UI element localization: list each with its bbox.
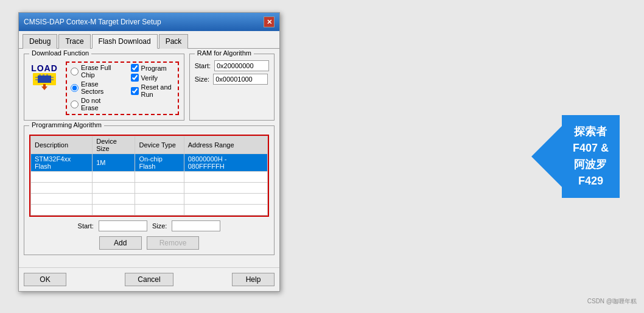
prog-algo-content: Description Device Size Device Type Addr…	[29, 135, 269, 250]
col-device-type: Device Type	[135, 136, 184, 154]
ram-size-row: Size:	[195, 74, 269, 85]
dialog-content: Download Function LOAD	[19, 49, 279, 265]
ram-group-title: RAM for Algorithm	[195, 49, 254, 57]
radio-erase-sectors[interactable]: Erase Sectors	[71, 80, 115, 95]
dialog-window: CMSIS-DAP Cortex-M Target Driver Setup ✕…	[18, 12, 280, 292]
svg-rect-5	[51, 77, 54, 78]
remove-button[interactable]: Remove	[147, 236, 200, 250]
programming-algorithm-title: Programming Algorithm	[29, 121, 104, 128]
erase-radio-group: Erase Full Chip Erase Sectors Do not Era…	[71, 64, 115, 111]
radio-erase-sectors-label: Erase Sectors	[81, 80, 115, 95]
help-button[interactable]: Help	[232, 273, 275, 286]
ok-button[interactable]: OK	[24, 273, 66, 286]
radio-do-not-erase-label: Do not Erase	[81, 97, 115, 111]
tab-trace[interactable]: Trace	[58, 34, 90, 49]
info-panel: 探索者 F407 & 阿波罗 F429	[531, 115, 620, 198]
ram-group: RAM for Algorithm Start: Size:	[189, 54, 275, 121]
load-text: LOAD	[31, 63, 58, 73]
download-options-highlight: Erase Full Chip Erase Sectors Do not Era…	[66, 62, 179, 115]
cell-device-type: On-chip Flash	[135, 154, 184, 172]
svg-rect-9	[46, 74, 48, 76]
load-icon: LOAD	[29, 62, 60, 92]
table-row-empty-4	[31, 205, 268, 216]
table-row-empty-2	[31, 183, 268, 194]
cell-description: STM32F4xx Flash	[31, 154, 93, 172]
col-address-range: Address Range	[184, 136, 267, 154]
watermark: CSDN @咖喱年糕	[587, 297, 637, 306]
arrow-icon	[531, 126, 562, 187]
algo-table-wrapper: Description Device Size Device Type Addr…	[29, 135, 269, 217]
dialog-footer: OK Cancel Help	[19, 267, 279, 291]
radio-do-not-erase[interactable]: Do not Erase	[71, 97, 115, 111]
check-verify-input[interactable]	[131, 74, 139, 82]
algo-table-header: Description Device Size Device Type Addr…	[31, 136, 268, 154]
col-description: Description	[31, 136, 93, 154]
ram-start-input[interactable]	[214, 60, 269, 71]
info-line3: 阿波罗	[574, 158, 607, 171]
svg-rect-3	[35, 77, 38, 78]
radio-do-not-erase-input[interactable]	[71, 100, 79, 108]
tab-debug[interactable]: Debug	[23, 34, 57, 49]
ram-size-input[interactable]	[213, 74, 268, 85]
ram-size-label: Size:	[195, 76, 209, 83]
check-reset-run-label: Reset and Run	[141, 83, 174, 98]
tab-pack[interactable]: Pack	[159, 34, 189, 49]
programming-algorithm-group: Programming Algorithm Description Device…	[24, 125, 275, 255]
close-button[interactable]: ✕	[264, 16, 275, 27]
radio-erase-full-chip-input[interactable]	[71, 68, 79, 76]
cancel-button[interactable]: Cancel	[125, 273, 173, 286]
tab-bar: Debug Trace Flash Download Pack	[19, 31, 279, 49]
page-container: CMSIS-DAP Cortex-M Target Driver Setup ✕…	[0, 0, 644, 313]
svg-rect-4	[35, 79, 38, 80]
info-line4: F429	[578, 175, 603, 187]
table-row-empty-1	[31, 172, 268, 183]
info-text-box: 探索者 F407 & 阿波罗 F429	[562, 115, 620, 198]
check-program[interactable]: Program	[131, 64, 174, 72]
radio-erase-sectors-input[interactable]	[71, 84, 79, 92]
ram-start-row: Start:	[195, 60, 269, 71]
check-program-label: Program	[141, 65, 167, 72]
dialog-titlebar: CMSIS-DAP Cortex-M Target Driver Setup ✕	[19, 13, 279, 31]
download-function-title: Download Function	[29, 49, 91, 57]
algo-start-label: Start:	[78, 222, 94, 230]
check-verify[interactable]: Verify	[131, 74, 174, 82]
algo-table: Description Device Size Device Type Addr…	[30, 136, 268, 216]
cell-address-range: 08000000H - 080FFFFFH	[184, 154, 267, 172]
df-content-row: LOAD	[29, 62, 179, 115]
col-device-size: Device Size	[93, 136, 135, 154]
table-row-empty-3	[31, 194, 268, 205]
algo-buttons: Add Remove	[29, 236, 269, 250]
algo-start-input[interactable]	[99, 220, 147, 231]
algo-bottom-row: Start: Size:	[29, 220, 269, 231]
tab-flash-download[interactable]: Flash Download	[92, 34, 158, 49]
radio-erase-full-chip-label: Erase Full Chip	[81, 64, 115, 79]
download-function-group: Download Function LOAD	[24, 54, 184, 121]
info-line2: F407 &	[573, 142, 609, 154]
dialog-title: CMSIS-DAP Cortex-M Target Driver Setup	[24, 18, 161, 26]
check-program-input[interactable]	[131, 64, 139, 72]
algo-size-label: Size:	[152, 222, 167, 230]
svg-rect-6	[51, 79, 54, 80]
watermark-text: CSDN @咖喱年糕	[587, 298, 637, 304]
algo-size-input[interactable]	[172, 220, 220, 231]
top-row: Download Function LOAD	[24, 54, 275, 125]
svg-rect-7	[39, 74, 41, 76]
svg-rect-2	[38, 76, 51, 83]
radio-erase-full-chip[interactable]: Erase Full Chip	[71, 64, 115, 79]
info-line1: 探索者	[574, 125, 607, 138]
ram-start-label: Start:	[195, 62, 211, 69]
check-verify-label: Verify	[141, 74, 158, 82]
options-check-group: Program Verify Reset and Run	[131, 64, 174, 98]
svg-rect-11	[43, 84, 46, 87]
svg-rect-8	[43, 74, 44, 76]
ram-section: Start: Size:	[195, 60, 269, 85]
table-row[interactable]: STM32F4xx Flash 1M On-chip Flash 0800000…	[31, 154, 268, 172]
check-reset-run[interactable]: Reset and Run	[131, 83, 174, 98]
check-reset-run-input[interactable]	[131, 87, 139, 95]
add-button[interactable]: Add	[99, 236, 142, 250]
cell-device-size: 1M	[93, 154, 135, 172]
load-graphic	[33, 73, 56, 90]
